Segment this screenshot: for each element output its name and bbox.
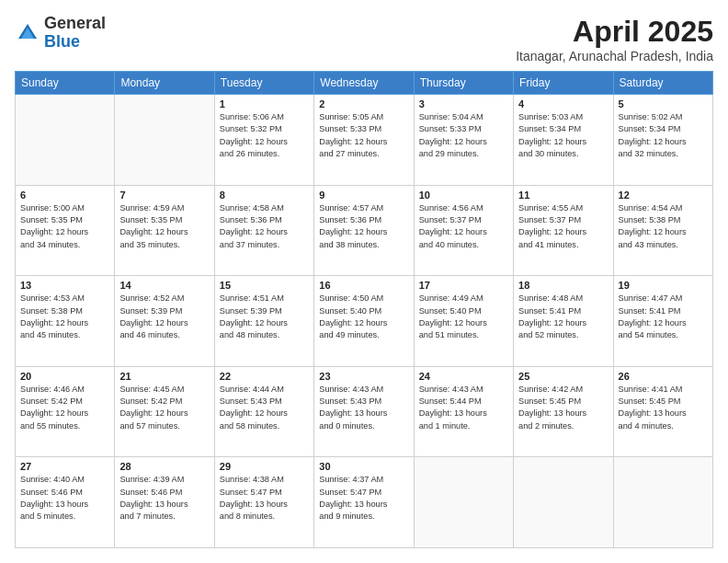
day-info: Sunrise: 4:55 AMSunset: 5:37 PMDaylight:… <box>518 202 608 251</box>
title-location: Itanagar, Arunachal Pradesh, India <box>516 49 713 63</box>
day-number: 23 <box>319 371 408 382</box>
calendar-cell: 12Sunrise: 4:54 AMSunset: 5:38 PMDayligh… <box>613 185 712 276</box>
day-number: 1 <box>220 98 309 109</box>
logo-general: General <box>44 14 106 32</box>
logo-icon <box>15 20 40 46</box>
day-number: 3 <box>419 98 508 109</box>
logo-blue: Blue <box>44 32 80 51</box>
day-info: Sunrise: 4:44 AMSunset: 5:43 PMDaylight:… <box>220 384 309 432</box>
day-info: Sunrise: 4:50 AMSunset: 5:40 PMDaylight:… <box>319 293 408 341</box>
day-info: Sunrise: 4:52 AMSunset: 5:39 PMDaylight:… <box>119 293 209 341</box>
header-row: SundayMondayTuesdayWednesdayThursdayFrid… <box>16 72 713 95</box>
col-header-monday: Monday <box>115 72 214 95</box>
day-info: Sunrise: 4:51 AMSunset: 5:39 PMDaylight:… <box>220 293 309 341</box>
day-info: Sunrise: 4:43 AMSunset: 5:43 PMDaylight:… <box>319 384 408 432</box>
day-info: Sunrise: 4:42 AMSunset: 5:45 PMDaylight:… <box>518 384 608 432</box>
day-number: 9 <box>319 190 408 201</box>
day-number: 26 <box>619 371 708 382</box>
calendar-cell <box>115 95 214 186</box>
calendar-cell: 13Sunrise: 4:53 AMSunset: 5:38 PMDayligh… <box>16 276 115 367</box>
calendar-cell: 22Sunrise: 4:44 AMSunset: 5:43 PMDayligh… <box>214 366 313 457</box>
calendar-cell: 19Sunrise: 4:47 AMSunset: 5:41 PMDayligh… <box>613 276 712 367</box>
day-number: 13 <box>20 280 109 291</box>
col-header-tuesday: Tuesday <box>214 72 313 95</box>
day-info: Sunrise: 4:47 AMSunset: 5:41 PMDaylight:… <box>619 293 708 341</box>
day-info: Sunrise: 5:02 AMSunset: 5:34 PMDaylight:… <box>619 111 708 160</box>
week-row-3: 13Sunrise: 4:53 AMSunset: 5:38 PMDayligh… <box>16 276 713 367</box>
day-info: Sunrise: 4:43 AMSunset: 5:44 PMDaylight:… <box>419 384 508 432</box>
day-number: 28 <box>119 461 209 472</box>
day-number: 24 <box>419 371 508 382</box>
logo-text: General Blue <box>44 15 106 52</box>
calendar-cell: 15Sunrise: 4:51 AMSunset: 5:39 PMDayligh… <box>214 276 313 367</box>
day-number: 21 <box>119 371 209 382</box>
calendar-cell: 6Sunrise: 5:00 AMSunset: 5:35 PMDaylight… <box>16 185 115 276</box>
calendar-cell: 9Sunrise: 4:57 AMSunset: 5:36 PMDaylight… <box>314 185 414 276</box>
day-info: Sunrise: 4:57 AMSunset: 5:36 PMDaylight:… <box>319 202 408 251</box>
day-info: Sunrise: 5:03 AMSunset: 5:34 PMDaylight:… <box>518 111 608 160</box>
calendar-cell <box>514 457 613 548</box>
calendar-cell: 8Sunrise: 4:58 AMSunset: 5:36 PMDaylight… <box>214 185 313 276</box>
day-number: 20 <box>20 371 109 382</box>
calendar-cell: 21Sunrise: 4:45 AMSunset: 5:42 PMDayligh… <box>115 366 214 457</box>
day-info: Sunrise: 5:04 AMSunset: 5:33 PMDaylight:… <box>419 111 508 160</box>
day-info: Sunrise: 5:06 AMSunset: 5:32 PMDaylight:… <box>220 111 309 160</box>
calendar-cell: 17Sunrise: 4:49 AMSunset: 5:40 PMDayligh… <box>414 276 513 367</box>
day-info: Sunrise: 4:39 AMSunset: 5:46 PMDaylight:… <box>119 474 209 523</box>
day-number: 15 <box>220 280 309 291</box>
day-number: 25 <box>518 371 608 382</box>
day-number: 17 <box>419 280 508 291</box>
title-block: April 2025 Itanagar, Arunachal Pradesh, … <box>516 15 713 63</box>
calendar-cell: 7Sunrise: 4:59 AMSunset: 5:35 PMDaylight… <box>115 185 214 276</box>
day-number: 29 <box>220 461 309 472</box>
day-number: 4 <box>518 98 608 109</box>
day-info: Sunrise: 4:59 AMSunset: 5:35 PMDaylight:… <box>119 202 209 251</box>
day-info: Sunrise: 4:45 AMSunset: 5:42 PMDaylight:… <box>119 384 209 432</box>
day-number: 27 <box>20 461 109 472</box>
week-row-2: 6Sunrise: 5:00 AMSunset: 5:35 PMDaylight… <box>16 185 713 276</box>
day-info: Sunrise: 4:56 AMSunset: 5:37 PMDaylight:… <box>419 202 508 251</box>
col-header-thursday: Thursday <box>414 72 513 95</box>
day-info: Sunrise: 4:38 AMSunset: 5:47 PMDaylight:… <box>220 474 309 523</box>
calendar-cell: 24Sunrise: 4:43 AMSunset: 5:44 PMDayligh… <box>414 366 513 457</box>
day-info: Sunrise: 5:00 AMSunset: 5:35 PMDaylight:… <box>20 202 109 251</box>
calendar-cell: 10Sunrise: 4:56 AMSunset: 5:37 PMDayligh… <box>414 185 513 276</box>
day-number: 6 <box>20 190 109 201</box>
day-number: 2 <box>319 98 408 109</box>
logo: General Blue <box>15 15 106 52</box>
day-number: 12 <box>619 190 708 201</box>
day-info: Sunrise: 5:05 AMSunset: 5:33 PMDaylight:… <box>319 111 408 160</box>
day-number: 8 <box>220 190 309 201</box>
day-info: Sunrise: 4:48 AMSunset: 5:41 PMDaylight:… <box>518 293 608 341</box>
day-number: 16 <box>319 280 408 291</box>
calendar-cell <box>414 457 513 548</box>
calendar-cell: 4Sunrise: 5:03 AMSunset: 5:34 PMDaylight… <box>514 95 613 186</box>
day-info: Sunrise: 4:58 AMSunset: 5:36 PMDaylight:… <box>220 202 309 251</box>
day-info: Sunrise: 4:54 AMSunset: 5:38 PMDaylight:… <box>619 202 708 251</box>
day-number: 14 <box>119 280 209 291</box>
day-info: Sunrise: 4:53 AMSunset: 5:38 PMDaylight:… <box>20 293 109 341</box>
day-info: Sunrise: 4:37 AMSunset: 5:47 PMDaylight:… <box>319 474 408 523</box>
calendar-cell: 5Sunrise: 5:02 AMSunset: 5:34 PMDaylight… <box>613 95 712 186</box>
col-header-wednesday: Wednesday <box>314 72 414 95</box>
day-number: 7 <box>119 190 209 201</box>
day-number: 30 <box>319 461 408 472</box>
calendar-cell: 14Sunrise: 4:52 AMSunset: 5:39 PMDayligh… <box>115 276 214 367</box>
calendar-cell: 28Sunrise: 4:39 AMSunset: 5:46 PMDayligh… <box>115 457 214 548</box>
title-month: April 2025 <box>516 15 713 49</box>
day-info: Sunrise: 4:49 AMSunset: 5:40 PMDaylight:… <box>419 293 508 341</box>
week-row-4: 20Sunrise: 4:46 AMSunset: 5:42 PMDayligh… <box>16 366 713 457</box>
calendar-cell: 3Sunrise: 5:04 AMSunset: 5:33 PMDaylight… <box>414 95 513 186</box>
day-number: 10 <box>419 190 508 201</box>
calendar-cell: 1Sunrise: 5:06 AMSunset: 5:32 PMDaylight… <box>214 95 313 186</box>
week-row-5: 27Sunrise: 4:40 AMSunset: 5:46 PMDayligh… <box>16 457 713 548</box>
calendar-cell: 29Sunrise: 4:38 AMSunset: 5:47 PMDayligh… <box>214 457 313 548</box>
col-header-friday: Friday <box>514 72 613 95</box>
day-number: 11 <box>518 190 608 201</box>
calendar-cell: 20Sunrise: 4:46 AMSunset: 5:42 PMDayligh… <box>16 366 115 457</box>
col-header-sunday: Sunday <box>16 72 115 95</box>
calendar-cell: 23Sunrise: 4:43 AMSunset: 5:43 PMDayligh… <box>314 366 414 457</box>
calendar-cell <box>613 457 712 548</box>
day-number: 18 <box>518 280 608 291</box>
calendar-table: SundayMondayTuesdayWednesdayThursdayFrid… <box>15 71 713 548</box>
